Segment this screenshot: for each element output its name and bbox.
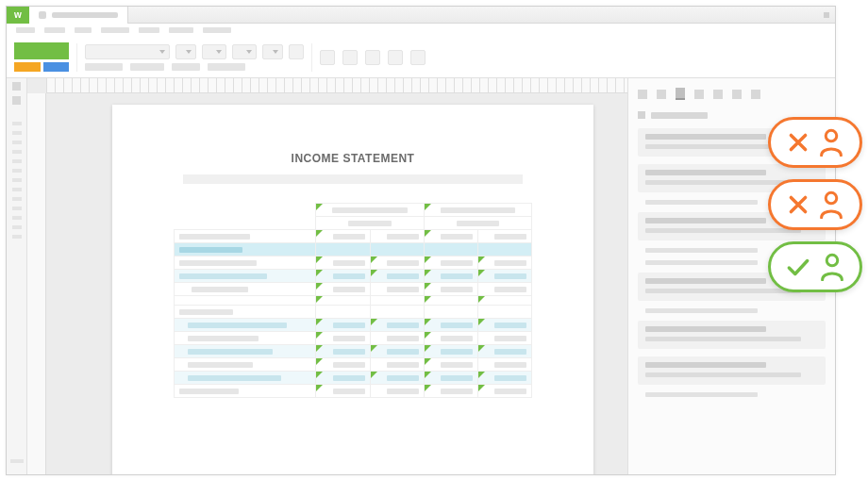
outline-item[interactable] xyxy=(12,131,22,135)
document-tab[interactable] xyxy=(29,7,128,24)
linked-cell[interactable] xyxy=(424,319,477,332)
menu-item[interactable] xyxy=(75,27,92,33)
outline-item[interactable] xyxy=(12,169,22,173)
panel-tab[interactable] xyxy=(751,90,760,99)
list-item[interactable] xyxy=(638,356,826,385)
reviewer-approve-badge[interactable] xyxy=(768,241,862,292)
data-cell[interactable] xyxy=(370,385,424,398)
toolbar-button[interactable] xyxy=(289,44,304,59)
toolbar-button[interactable] xyxy=(342,50,358,65)
linked-cell[interactable] xyxy=(316,283,370,296)
outline-item[interactable] xyxy=(12,207,22,210)
outline-item[interactable] xyxy=(12,122,22,125)
menu-item[interactable] xyxy=(16,27,35,33)
toolbar-dropdown[interactable] xyxy=(175,44,196,59)
linked-cell[interactable] xyxy=(424,385,477,398)
panel-heading-icon xyxy=(638,111,645,119)
panel-tab[interactable] xyxy=(732,90,742,99)
linked-cell[interactable] xyxy=(316,358,370,372)
toolbar-button[interactable] xyxy=(410,50,426,65)
panel-tab[interactable] xyxy=(638,90,647,99)
linked-cell[interactable] xyxy=(370,270,424,283)
linked-cell[interactable] xyxy=(316,372,370,385)
period-header-cell[interactable] xyxy=(424,204,531,217)
outline-item[interactable] xyxy=(12,141,22,144)
linked-cell[interactable] xyxy=(316,230,370,243)
linked-cell[interactable] xyxy=(477,270,531,283)
linked-cell[interactable] xyxy=(477,257,531,270)
linked-cell[interactable] xyxy=(316,270,370,283)
reviewer-reject-badge[interactable] xyxy=(768,117,862,168)
brand-colors-icon xyxy=(14,42,69,73)
data-cell[interactable] xyxy=(370,358,424,372)
toolbar-button[interactable] xyxy=(320,50,335,65)
panel-tab[interactable] xyxy=(657,90,666,99)
gutter-toggle-icon[interactable] xyxy=(12,96,21,105)
linked-cell[interactable] xyxy=(316,385,370,398)
outline-item[interactable] xyxy=(12,178,22,182)
linked-cell[interactable] xyxy=(477,345,531,358)
list-subitem[interactable] xyxy=(645,248,758,253)
linked-cell[interactable] xyxy=(424,257,477,270)
menu-item[interactable] xyxy=(44,27,65,33)
linked-cell[interactable] xyxy=(316,345,370,358)
linked-cell[interactable] xyxy=(424,332,477,345)
toolbar-dropdown[interactable] xyxy=(202,44,226,59)
toolbar-label xyxy=(208,63,245,71)
outline-item[interactable] xyxy=(12,225,22,229)
linked-cell[interactable] xyxy=(370,319,424,332)
outline-item[interactable] xyxy=(12,159,22,163)
toolbar-dropdown[interactable] xyxy=(262,44,283,59)
outline-item[interactable] xyxy=(12,197,22,201)
panel-tab-active[interactable] xyxy=(676,88,685,100)
linked-cell[interactable] xyxy=(316,257,370,270)
linked-cell[interactable] xyxy=(477,385,531,398)
data-cell[interactable] xyxy=(370,230,424,243)
data-cell[interactable] xyxy=(370,283,424,296)
panel-tab[interactable] xyxy=(694,90,704,99)
data-cell[interactable] xyxy=(370,332,424,345)
toolbar-button[interactable] xyxy=(365,50,380,65)
linked-cell[interactable] xyxy=(370,257,424,270)
linked-cell[interactable] xyxy=(370,345,424,358)
toolbar-style-dropdown[interactable] xyxy=(85,44,170,59)
toolbar-separator xyxy=(311,43,312,72)
reviewer-reject-badge[interactable] xyxy=(768,179,862,230)
linked-cell[interactable] xyxy=(316,332,370,345)
panel-tab[interactable] xyxy=(713,90,723,99)
linked-cell[interactable] xyxy=(477,319,531,332)
data-cell[interactable] xyxy=(477,283,531,296)
list-subitem[interactable] xyxy=(645,308,758,313)
list-subitem[interactable] xyxy=(645,260,758,265)
menu-item[interactable] xyxy=(139,27,159,33)
linked-cell[interactable] xyxy=(316,319,370,332)
list-subitem[interactable] xyxy=(645,392,758,397)
data-cell[interactable] xyxy=(477,230,531,243)
table-subheader-row xyxy=(175,217,532,230)
linked-cell[interactable] xyxy=(424,230,477,243)
window-minimize-icon[interactable] xyxy=(824,12,829,18)
linked-cell[interactable] xyxy=(424,372,477,385)
data-cell[interactable] xyxy=(477,358,531,372)
linked-cell[interactable] xyxy=(424,345,477,358)
toolbar-button[interactable] xyxy=(388,50,403,65)
outline-item[interactable] xyxy=(12,235,22,239)
linked-cell[interactable] xyxy=(370,372,424,385)
linked-cell[interactable] xyxy=(424,270,477,283)
outline-item[interactable] xyxy=(12,150,22,154)
gutter-toggle-icon[interactable] xyxy=(12,82,21,91)
outline-item[interactable] xyxy=(12,216,22,220)
outline-item[interactable] xyxy=(12,188,22,191)
menu-item[interactable] xyxy=(203,27,231,33)
menu-item[interactable] xyxy=(169,27,193,33)
list-item[interactable] xyxy=(638,321,826,349)
linked-cell[interactable] xyxy=(424,358,477,372)
linked-cell[interactable] xyxy=(477,372,531,385)
linked-cell[interactable] xyxy=(424,283,477,296)
app-logo[interactable]: w xyxy=(7,7,29,24)
data-cell[interactable] xyxy=(477,332,531,345)
toolbar-dropdown[interactable] xyxy=(232,44,257,59)
period-header-cell[interactable] xyxy=(316,204,424,217)
menu-item[interactable] xyxy=(101,27,129,33)
list-subitem[interactable] xyxy=(645,200,758,205)
